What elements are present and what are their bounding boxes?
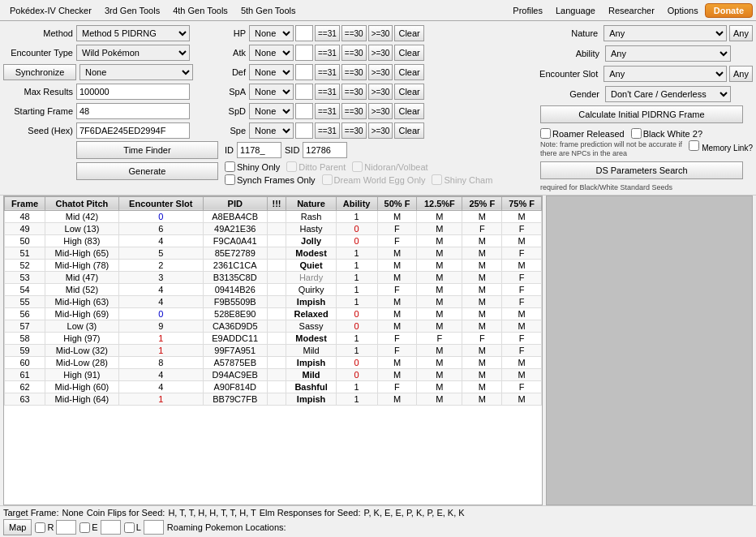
- table-cell: 1: [118, 344, 203, 356]
- id-input[interactable]: [237, 142, 281, 158]
- seed-input[interactable]: [76, 122, 190, 139]
- shiny-only-checkbox[interactable]: [225, 161, 235, 172]
- results-table-container[interactable]: Frame Chatot Pitch Encounter Slot PID !!…: [3, 195, 543, 505]
- def-select[interactable]: None: [249, 64, 294, 80]
- hp-eq30-btn[interactable]: ==30: [341, 25, 367, 41]
- time-finder-button[interactable]: Time Finder: [76, 141, 218, 159]
- sid-input[interactable]: [303, 142, 347, 158]
- black-white2-checkbox[interactable]: [631, 128, 642, 139]
- encounter-slot-select[interactable]: Any: [604, 66, 727, 82]
- atk-clear-btn[interactable]: Clear: [394, 45, 423, 61]
- ds-params-button[interactable]: DS Parameters Search: [540, 161, 743, 179]
- atk-input[interactable]: [295, 45, 313, 61]
- nature-select[interactable]: Any: [604, 25, 727, 41]
- starting-frame-input[interactable]: [76, 103, 190, 119]
- atk-eq30-btn[interactable]: ==30: [341, 45, 367, 61]
- spa-clear-btn[interactable]: Clear: [394, 84, 423, 100]
- table-cell: [267, 271, 286, 283]
- menu-3rd[interactable]: 3rd Gen Tools: [98, 4, 166, 17]
- nidoran-checkbox[interactable]: [352, 161, 363, 172]
- main-container: Method Method 5 PIDRNG Encounter Type Wi…: [0, 21, 756, 537]
- spe-eq30-btn[interactable]: ==30: [341, 122, 367, 139]
- synchronize-select[interactable]: None: [79, 64, 193, 80]
- table-cell: 63: [5, 393, 45, 405]
- def-eq30-btn[interactable]: ==30: [341, 64, 367, 80]
- spe-input[interactable]: [295, 122, 313, 139]
- synch-frames-checkbox[interactable]: [225, 174, 235, 185]
- encounter-type-select[interactable]: Wild Pokémon: [76, 45, 190, 61]
- l-input[interactable]: [144, 520, 164, 535]
- menu-options[interactable]: Options: [661, 4, 705, 17]
- def-ge30-btn[interactable]: >=30: [368, 64, 393, 80]
- table-cell: F: [377, 344, 417, 356]
- hp-select[interactable]: None: [249, 25, 294, 41]
- generate-button[interactable]: Generate: [76, 162, 218, 180]
- r-input[interactable]: [56, 520, 76, 535]
- menu-pokedex[interactable]: Pokédex-IV Checker: [3, 4, 98, 17]
- table-cell: Low (3): [45, 320, 118, 332]
- bottom-row2: Map R E L: [3, 519, 753, 535]
- gender-select[interactable]: Don't Care / Genderless: [605, 86, 731, 102]
- map-button[interactable]: Map: [3, 519, 32, 535]
- spd-eq30-btn[interactable]: ==30: [341, 103, 367, 119]
- table-cell: [267, 259, 286, 271]
- spe-select[interactable]: None: [249, 122, 294, 139]
- spa-input[interactable]: [295, 84, 313, 100]
- table-cell: 51: [5, 247, 45, 259]
- spe-eq31-btn[interactable]: ==31: [315, 122, 340, 139]
- table-cell: A90F814D: [203, 380, 267, 393]
- atk-eq31-btn[interactable]: ==31: [315, 45, 340, 61]
- spe-clear-btn[interactable]: Clear: [394, 122, 423, 139]
- e-checkbox[interactable]: [79, 522, 90, 533]
- table-cell: [267, 368, 286, 380]
- ability-select[interactable]: Any: [605, 45, 731, 62]
- memory-link-checkbox[interactable]: [689, 140, 699, 151]
- def-eq31-btn[interactable]: ==31: [315, 64, 340, 80]
- spa-eq30-btn[interactable]: ==30: [341, 84, 367, 100]
- seed-row: Seed (Hex): [3, 122, 218, 140]
- ds-note: required for Black/White Standard Seeds: [540, 183, 672, 191]
- roamer-released-checkbox[interactable]: [540, 128, 551, 139]
- col-chatot: Chatot Pitch: [45, 196, 118, 210]
- ditto-parent-checkbox[interactable]: [286, 161, 297, 172]
- spd-ge30-btn[interactable]: >=30: [368, 103, 393, 119]
- r-checkbox[interactable]: [35, 522, 45, 533]
- menu-4th[interactable]: 4th Gen Tools: [166, 4, 234, 17]
- spd-input[interactable]: [295, 103, 313, 119]
- l-checkbox[interactable]: [124, 522, 135, 533]
- hp-eq31-btn[interactable]: ==31: [315, 25, 340, 41]
- donate-button[interactable]: Donate: [705, 3, 753, 18]
- spa-ge30-btn[interactable]: >=30: [368, 84, 393, 100]
- coin-flips-label: Coin Flips for Seed:: [87, 508, 165, 518]
- table-row: 62Mid-High (60)4A90F814DBashful1FMMF: [5, 380, 542, 393]
- menu-profiles[interactable]: Profiles: [506, 4, 549, 17]
- def-input[interactable]: [295, 64, 313, 80]
- menu-language[interactable]: Language: [549, 4, 602, 17]
- hp-ge30-btn[interactable]: >=30: [368, 25, 393, 41]
- def-clear-btn[interactable]: Clear: [394, 64, 423, 80]
- spa-eq31-btn[interactable]: ==31: [315, 84, 340, 100]
- shiny-charm-checkbox[interactable]: [432, 174, 442, 185]
- table-cell: M: [417, 356, 462, 368]
- e-input[interactable]: [101, 520, 121, 535]
- max-results-input[interactable]: [76, 84, 190, 100]
- table-cell: 0: [336, 222, 377, 234]
- hp-input[interactable]: [295, 25, 313, 41]
- spd-select[interactable]: None: [249, 103, 294, 119]
- spd-clear-btn[interactable]: Clear: [394, 103, 423, 119]
- atk-ge30-btn[interactable]: >=30: [368, 45, 393, 61]
- synchronize-button[interactable]: Synchronize: [3, 64, 76, 80]
- method-select[interactable]: Method 5 PIDRNG: [76, 25, 190, 41]
- hp-clear-btn[interactable]: Clear: [394, 25, 423, 41]
- atk-select[interactable]: None: [249, 45, 294, 61]
- menu-researcher[interactable]: Researcher: [602, 4, 661, 17]
- spa-select[interactable]: None: [249, 84, 294, 100]
- nature-any-button[interactable]: Any: [729, 25, 753, 41]
- encounter-slot-any-button[interactable]: Any: [729, 66, 753, 82]
- calc-pidrng-button[interactable]: Calculate Initial PIDRNG Frame: [540, 105, 743, 123]
- dream-world-checkbox[interactable]: [322, 174, 333, 185]
- spd-eq31-btn[interactable]: ==31: [315, 103, 340, 119]
- table-cell: Mid (47): [45, 271, 118, 283]
- menu-5th[interactable]: 5th Gen Tools: [234, 4, 303, 17]
- spe-ge30-btn[interactable]: >=30: [368, 122, 393, 139]
